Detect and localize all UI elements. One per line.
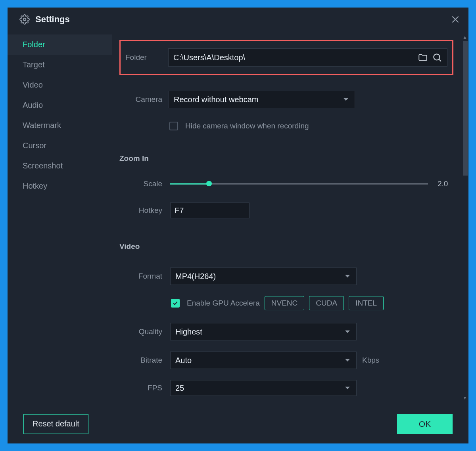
chevron-down-icon — [344, 328, 351, 336]
bitrate-unit: Kbps — [362, 356, 379, 365]
hide-camera-row: Hide camera window when recording — [169, 122, 453, 130]
folder-label: Folder — [125, 53, 163, 62]
hide-camera-checkbox[interactable] — [169, 122, 178, 130]
quality-row: Quality Highest — [119, 323, 453, 340]
reset-default-button[interactable]: Reset default — [23, 414, 88, 434]
scale-row: Scale 2.0 — [119, 180, 453, 188]
fps-select[interactable]: 25 — [170, 380, 357, 396]
sidebar-item-video[interactable]: Video — [8, 75, 112, 95]
camera-row: Camera Record without webcam — [119, 91, 453, 108]
chevron-down-icon — [342, 96, 350, 103]
camera-value: Record without webcam — [174, 95, 342, 104]
bitrate-row: Bitrate Auto Kbps — [119, 352, 453, 369]
quality-select[interactable]: Highest — [170, 323, 357, 340]
sidebar-item-watermark[interactable]: Watermark — [8, 115, 112, 136]
scale-label: Scale — [119, 180, 162, 188]
bitrate-label: Bitrate — [119, 356, 162, 365]
gpu-label: Enable GPU Accelera — [187, 299, 260, 308]
settings-window: Settings Folder Target Video Audio Water… — [8, 8, 468, 443]
format-select[interactable]: MP4(H264) — [170, 268, 357, 285]
scrollbar-track[interactable] — [462, 41, 468, 394]
svg-point-3 — [434, 54, 440, 60]
bitrate-value: Auto — [175, 356, 344, 365]
chevron-down-icon — [344, 356, 351, 364]
gear-icon — [19, 14, 30, 25]
scrollbar-thumb[interactable] — [463, 41, 468, 176]
zoom-hotkey-label: Hotkey — [119, 206, 162, 215]
body: Folder Target Video Audio Watermark Curs… — [8, 31, 468, 404]
camera-select[interactable]: Record without webcam — [169, 91, 355, 108]
format-value: MP4(H264) — [175, 272, 344, 281]
zoom-hotkey-value: F7 — [175, 206, 184, 215]
sidebar-item-target[interactable]: Target — [8, 55, 112, 75]
titlebar: Settings — [8, 8, 468, 31]
sidebar-item-screenshot[interactable]: Screenshot — [8, 156, 112, 176]
svg-line-4 — [439, 59, 441, 61]
search-folder-icon[interactable] — [432, 52, 442, 63]
close-button[interactable] — [450, 14, 461, 25]
format-label: Format — [119, 272, 162, 281]
svg-point-0 — [23, 18, 26, 21]
scroll-up-icon[interactable]: ▲ — [462, 34, 468, 40]
footer: Reset default OK — [8, 404, 468, 443]
sidebar-item-folder[interactable]: Folder — [8, 34, 112, 55]
sidebar: Folder Target Video Audio Watermark Curs… — [8, 31, 112, 404]
sidebar-item-audio[interactable]: Audio — [8, 95, 112, 115]
chevron-down-icon — [344, 272, 351, 280]
zoom-heading: Zoom In — [119, 154, 453, 163]
folder-row-highlight: Folder C:\Users\A\Desktop\ — [119, 40, 453, 75]
bitrate-select[interactable]: Auto — [170, 352, 357, 369]
fps-label: FPS — [119, 384, 162, 392]
open-folder-icon[interactable] — [418, 52, 428, 63]
gpu-option-intel[interactable]: INTEL — [349, 296, 384, 310]
slider-fill — [170, 183, 209, 185]
fps-row: FPS 25 — [119, 380, 453, 396]
content-pane: Folder C:\Users\A\Desktop\ — [112, 31, 468, 404]
ok-button[interactable]: OK — [397, 414, 453, 434]
gpu-option-nvenc[interactable]: NVENC — [265, 296, 305, 310]
scale-slider[interactable] — [170, 180, 428, 188]
scroll-area: Folder C:\Users\A\Desktop\ — [112, 31, 461, 404]
quality-value: Highest — [175, 327, 344, 336]
window-title: Settings — [35, 14, 70, 25]
folder-path-value: C:\Users\A\Desktop\ — [173, 53, 414, 62]
sidebar-item-hotkey[interactable]: Hotkey — [8, 176, 112, 196]
scale-value: 2.0 — [438, 180, 453, 188]
gpu-row: Enable GPU Accelera NVENC CUDA INTEL — [171, 296, 453, 310]
chevron-down-icon — [344, 384, 351, 392]
zoom-hotkey-row: Hotkey F7 — [119, 203, 453, 218]
hide-camera-label: Hide camera window when recording — [185, 122, 309, 130]
slider-thumb[interactable] — [206, 181, 212, 186]
zoom-hotkey-input[interactable]: F7 — [170, 203, 250, 218]
gpu-option-cuda[interactable]: CUDA — [309, 296, 344, 310]
sidebar-item-cursor[interactable]: Cursor — [8, 136, 112, 156]
fps-value: 25 — [175, 384, 344, 393]
quality-label: Quality — [119, 327, 162, 336]
video-heading: Video — [119, 242, 453, 251]
scrollbar[interactable]: ▲ ▼ — [462, 34, 468, 401]
scroll-down-icon[interactable]: ▼ — [462, 395, 468, 401]
gpu-checkbox[interactable] — [171, 299, 180, 308]
folder-path-input[interactable]: C:\Users\A\Desktop\ — [168, 48, 447, 67]
camera-label: Camera — [119, 95, 162, 104]
format-row: Format MP4(H264) — [119, 268, 453, 285]
